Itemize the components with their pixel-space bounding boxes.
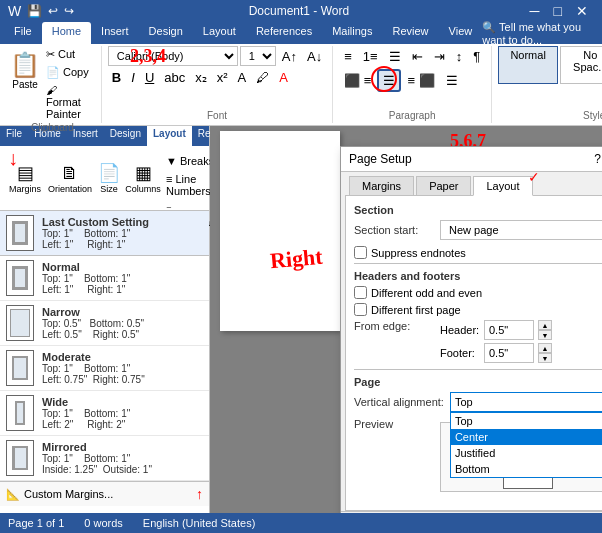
text-effects-button[interactable]: A: [234, 68, 251, 87]
superscript-button[interactable]: x²: [213, 68, 232, 87]
paragraph-buttons: ≡ 1≡ ☰ ⇤ ⇥ ↕ ¶ ⬛ ≡ ☰ ≡ ⬛ ☰: [339, 46, 485, 92]
quick-undo[interactable]: ↩: [48, 4, 58, 18]
tab-layout[interactable]: Layout: [193, 22, 246, 44]
tab-insert[interactable]: Insert: [91, 22, 139, 44]
dialog-tab-margins[interactable]: Margins: [349, 176, 414, 195]
align-right-button[interactable]: ≡ ⬛: [402, 69, 439, 92]
quick-save[interactable]: 💾: [27, 4, 42, 18]
cut-button[interactable]: ✂ Cut: [42, 46, 95, 63]
diff-first-page-checkbox[interactable]: [354, 303, 367, 316]
title-bar-controls: ─ □ ✕: [524, 3, 594, 19]
footer-input[interactable]: [484, 343, 534, 363]
margin-icon-moderate: [6, 350, 34, 386]
sort-button[interactable]: ↕: [451, 46, 468, 67]
tab-view[interactable]: View: [439, 22, 483, 44]
margins-button[interactable]: ▤ Margins: [4, 159, 46, 197]
align-left-button[interactable]: ⬛ ≡: [339, 69, 376, 92]
margin-icon-mirrored: [6, 440, 34, 476]
font-shrink-button[interactable]: A↓: [303, 47, 326, 66]
document-title: Document1 - Word: [249, 4, 349, 18]
align-justify-button[interactable]: ☰: [441, 69, 463, 92]
clipboard-label: Clipboard: [31, 122, 74, 135]
paste-button[interactable]: 📋 Paste: [10, 46, 40, 93]
margin-left-normal: Left: 1" Right: 1": [42, 284, 130, 295]
font-color-button[interactable]: A: [275, 68, 292, 87]
style-no-spacing[interactable]: No Spac...: [560, 46, 602, 84]
tab-design[interactable]: Design: [139, 22, 193, 44]
custom-margins-button[interactable]: 📐 Custom Margins... ↑: [0, 481, 209, 506]
word-icon: W: [8, 3, 21, 19]
clipboard-actions: ✂ Cut 📄 Copy 🖌 Format Painter: [42, 46, 95, 122]
dropdown-item-justified[interactable]: Justified: [451, 445, 602, 461]
numbering-button[interactable]: 1≡: [358, 46, 383, 67]
maximize-button[interactable]: □: [548, 3, 568, 19]
header-spin-up[interactable]: ▲: [538, 320, 552, 330]
dropdown-item-center[interactable]: Center: [451, 429, 602, 445]
font-size-select[interactable]: 11: [240, 46, 276, 66]
mini-tab-file[interactable]: File: [0, 126, 28, 146]
strikethrough-button[interactable]: abc: [160, 68, 189, 87]
styles-label: Styles: [583, 110, 602, 123]
font-grow-button[interactable]: A↑: [278, 47, 301, 66]
margin-name-normal: Normal: [42, 261, 130, 273]
dropdown-current-value: Top: [455, 396, 473, 408]
format-painter-button[interactable]: 🖌 Format Painter: [42, 82, 95, 122]
margin-item-mirrored[interactable]: Mirrored Top: 1" Bottom: 1" Inside: 1.25…: [0, 436, 209, 481]
tell-me-box[interactable]: 🔍 Tell me what you want to do...: [482, 22, 598, 44]
mini-tab-layout[interactable]: Layout: [147, 126, 192, 146]
dialog-help-button[interactable]: ?: [594, 151, 601, 167]
vertical-alignment-dropdown[interactable]: Top ▼ Top Center Justified Bottom: [450, 392, 602, 412]
tab-references[interactable]: References: [246, 22, 322, 44]
tab-file[interactable]: File: [4, 22, 42, 44]
copy-button[interactable]: 📄 Copy: [42, 64, 95, 81]
columns-button[interactable]: ▦ Columns: [128, 159, 158, 197]
tab-mailings[interactable]: Mailings: [322, 22, 382, 44]
tab-home[interactable]: Home: [42, 22, 91, 44]
underline-button[interactable]: U: [141, 68, 158, 87]
dropdown-item-top[interactable]: Top: [451, 413, 602, 429]
show-hide-button[interactable]: ¶: [468, 46, 485, 67]
margin-top-mirrored: Top: 1" Bottom: 1": [42, 453, 152, 464]
decrease-indent-button[interactable]: ⇤: [407, 46, 428, 67]
tab-review[interactable]: Review: [383, 22, 439, 44]
quick-redo[interactable]: ↪: [64, 4, 74, 18]
section-start-select[interactable]: New page: [440, 220, 602, 240]
headers-footers-title: Headers and footers: [354, 270, 602, 282]
dialog-tab-layout[interactable]: Layout ✓: [473, 176, 532, 196]
margin-item-lastcustom[interactable]: Last Custom Setting Top: 1" Bottom: 1" L…: [0, 211, 209, 256]
margin-icon-inner-lastcustom: [12, 221, 28, 245]
margin-item-wide[interactable]: Wide Top: 1" Bottom: 1" Left: 2" Right: …: [0, 391, 209, 436]
margin-item-narrow[interactable]: Narrow Top: 0.5" Bottom: 0.5" Left: 0.5"…: [0, 301, 209, 346]
increase-indent-button[interactable]: ⇥: [429, 46, 450, 67]
paragraph-content: ≡ 1≡ ☰ ⇤ ⇥ ↕ ¶ ⬛ ≡ ☰ ≡ ⬛ ☰: [339, 46, 485, 110]
orientation-button[interactable]: 🗎 Orientation: [50, 160, 90, 197]
header-spin-down[interactable]: ▼: [538, 330, 552, 340]
footer-spin-down[interactable]: ▼: [538, 353, 552, 363]
diff-odd-even-checkbox[interactable]: [354, 286, 367, 299]
bullets-button[interactable]: ≡: [339, 46, 357, 67]
margin-item-moderate[interactable]: Moderate Top: 1" Bottom: 1" Left: 0.75" …: [0, 346, 209, 391]
bold-button[interactable]: B: [108, 68, 125, 87]
size-button[interactable]: 📄 Size: [94, 159, 124, 197]
header-input[interactable]: [484, 320, 534, 340]
subscript-button[interactable]: x₂: [191, 68, 211, 87]
italic-button[interactable]: I: [127, 68, 139, 87]
footer-spin-up[interactable]: ▲: [538, 343, 552, 353]
style-normal[interactable]: Normal: [498, 46, 558, 84]
close-button[interactable]: ✕: [570, 3, 594, 19]
dropdown-item-bottom[interactable]: Bottom: [451, 461, 602, 477]
minimize-button[interactable]: ─: [524, 3, 546, 19]
title-bar: W 💾 ↩ ↪ Document1 - Word ─ □ ✕: [0, 0, 602, 22]
clipboard-content: 📋 Paste ✂ Cut 📄 Copy 🖌 Format Painter: [10, 46, 95, 122]
paragraph-group: ≡ 1≡ ☰ ⇤ ⇥ ↕ ¶ ⬛ ≡ ☰ ≡ ⬛ ☰: [333, 46, 492, 123]
align-center-button[interactable]: ☰: [377, 69, 401, 92]
mini-tab-design[interactable]: Design: [104, 126, 147, 146]
margin-item-normal[interactable]: Normal Top: 1" Bottom: 1" Left: 1" Right…: [0, 256, 209, 301]
dialog-tab-paper[interactable]: Paper: [416, 176, 471, 195]
vertical-alignment-label: Vertical alignment:: [354, 396, 444, 408]
dropdown-selected-value[interactable]: Top ▼: [450, 392, 602, 412]
suppress-endnotes-checkbox[interactable]: [354, 246, 367, 259]
font-name-select[interactable]: Calibri (Body): [108, 46, 238, 66]
highlight-button[interactable]: 🖊: [252, 68, 273, 87]
multilevel-button[interactable]: ☰: [384, 46, 406, 67]
